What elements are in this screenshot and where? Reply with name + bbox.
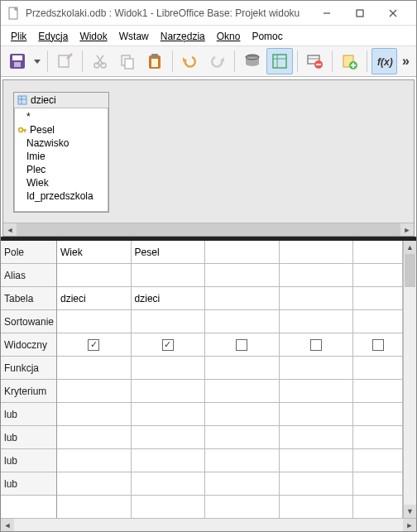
cell-lub[interactable] <box>57 403 131 426</box>
cell-lub[interactable] <box>280 449 353 472</box>
maximize-button[interactable] <box>343 2 376 25</box>
scroll-track[interactable] <box>14 519 403 531</box>
cell-lub[interactable] <box>280 403 353 426</box>
copy-button[interactable] <box>114 48 140 74</box>
save-button[interactable] <box>4 48 30 74</box>
cell-funkcja[interactable] <box>57 357 131 380</box>
cell-lub[interactable] <box>132 403 205 426</box>
rowhdr-funkcja[interactable]: Funkcja <box>1 357 56 380</box>
menu-narzedzia[interactable]: Narzędzia <box>156 28 210 44</box>
cell-pole[interactable] <box>280 241 353 264</box>
paste-button[interactable] <box>142 48 168 74</box>
cell-lub[interactable] <box>280 426 353 449</box>
cell-tabela[interactable] <box>353 287 402 310</box>
cell-visible[interactable] <box>353 333 402 357</box>
cell-tabela[interactable] <box>205 287 279 310</box>
scroll-down-icon[interactable]: ▼ <box>404 505 416 518</box>
rowhdr-lub[interactable]: lub <box>1 426 56 449</box>
cell-kryterium[interactable] <box>353 380 402 403</box>
cell-lub[interactable] <box>353 449 402 472</box>
save-dropdown[interactable] <box>31 48 43 74</box>
visible-checkbox[interactable] <box>310 339 322 351</box>
cell-tabela[interactable]: dzieci <box>132 287 205 310</box>
field-pesel[interactable]: Pesel <box>18 123 104 137</box>
field-imie[interactable]: Imie <box>18 150 104 163</box>
menu-widok[interactable]: Widok <box>74 28 112 44</box>
cell-lub[interactable] <box>280 472 353 496</box>
cell-pole[interactable]: Pesel <box>132 241 205 264</box>
cell-tabela[interactable] <box>280 287 353 310</box>
cell-lub[interactable] <box>205 472 279 496</box>
cell-visible[interactable] <box>57 333 131 357</box>
delete-button[interactable] <box>302 48 328 74</box>
cell-kryterium[interactable] <box>280 380 353 403</box>
bottom-hscroll[interactable]: ◄ ► <box>1 518 416 531</box>
edit-button[interactable] <box>52 48 78 74</box>
cell-funkcja[interactable] <box>353 357 402 380</box>
minimize-button[interactable] <box>310 2 343 25</box>
design-canvas[interactable]: dzieci * Pesel Nazwisko Imie Plec Wiek I… <box>3 80 414 223</box>
cell-pole[interactable]: Wiek <box>57 241 131 264</box>
cell-lub[interactable] <box>132 472 205 496</box>
scroll-thumb[interactable] <box>405 254 415 287</box>
cell-visible[interactable] <box>280 333 353 357</box>
visible-checkbox[interactable] <box>372 339 384 351</box>
cell-sort[interactable] <box>205 310 279 333</box>
field-nazwisko[interactable]: Nazwisko <box>18 137 104 150</box>
cell-alias[interactable] <box>280 264 353 287</box>
rowhdr-widoczny[interactable]: Widoczny <box>1 333 56 357</box>
add-table-button[interactable] <box>337 48 362 74</box>
cut-button[interactable] <box>87 48 113 74</box>
cell-lub[interactable] <box>353 426 402 449</box>
menu-wstaw[interactable]: Wstaw <box>114 28 154 44</box>
rowhdr-lub[interactable]: lub <box>1 472 56 496</box>
table-box-dzieci[interactable]: dzieci * Pesel Nazwisko Imie Plec Wiek I… <box>13 92 109 213</box>
cell-pole[interactable] <box>205 241 279 264</box>
function-button[interactable]: f(x) <box>371 48 397 74</box>
visible-checkbox[interactable] <box>88 339 99 351</box>
rowhdr-lub[interactable]: lub <box>1 449 56 472</box>
menu-plik[interactable]: Plik <box>6 28 31 44</box>
cell-sort[interactable] <box>132 310 205 333</box>
field-wiek[interactable]: Wiek <box>18 176 104 189</box>
cell-funkcja[interactable] <box>280 357 353 380</box>
field-idprzedszkola[interactable]: Id_przedszkola <box>18 189 104 203</box>
cell-lub[interactable] <box>57 472 131 496</box>
design-view-button[interactable] <box>266 48 292 74</box>
scroll-right-icon[interactable]: ► <box>403 519 416 531</box>
cell-sort[interactable] <box>57 310 131 333</box>
toolbar-overflow[interactable]: » <box>399 54 413 69</box>
cell-alias[interactable] <box>132 264 205 287</box>
cell-kryterium[interactable] <box>57 380 131 403</box>
scroll-thumb[interactable] <box>17 223 400 236</box>
cell-tabela[interactable]: dzieci <box>57 287 131 310</box>
cell-funkcja[interactable] <box>132 357 205 380</box>
cell-pole[interactable] <box>353 241 402 264</box>
close-button[interactable] <box>376 2 410 25</box>
field-plec[interactable]: Plec <box>18 163 104 176</box>
visible-checkbox[interactable] <box>162 339 174 351</box>
cell-sort[interactable] <box>353 310 402 333</box>
design-area[interactable]: dzieci * Pesel Nazwisko Imie Plec Wiek I… <box>2 79 415 237</box>
cell-alias[interactable] <box>353 264 402 287</box>
run-query-button[interactable] <box>239 48 265 74</box>
rowhdr-alias[interactable]: Alias <box>1 264 56 287</box>
cell-alias[interactable] <box>205 264 279 287</box>
cell-visible[interactable] <box>205 333 279 357</box>
field-star[interactable]: * <box>18 110 104 123</box>
cell-lub[interactable] <box>205 403 279 426</box>
menu-pomoc[interactable]: Pomoc <box>247 28 287 44</box>
rowhdr-pole[interactable]: Pole <box>1 241 56 264</box>
undo-button[interactable] <box>177 48 203 74</box>
cell-visible[interactable] <box>132 333 205 357</box>
redo-button[interactable] <box>204 48 230 74</box>
scroll-left-icon[interactable]: ◄ <box>1 519 14 531</box>
cell-lub[interactable] <box>57 449 131 472</box>
cell-lub[interactable] <box>353 403 402 426</box>
cell-lub[interactable] <box>353 472 402 496</box>
grid-vscroll[interactable]: ▲ ▼ <box>403 241 416 518</box>
rowhdr-tabela[interactable]: Tabela <box>1 287 56 310</box>
scroll-right-icon[interactable]: ► <box>400 223 414 236</box>
cell-lub[interactable] <box>132 449 205 472</box>
cell-kryterium[interactable] <box>205 380 279 403</box>
